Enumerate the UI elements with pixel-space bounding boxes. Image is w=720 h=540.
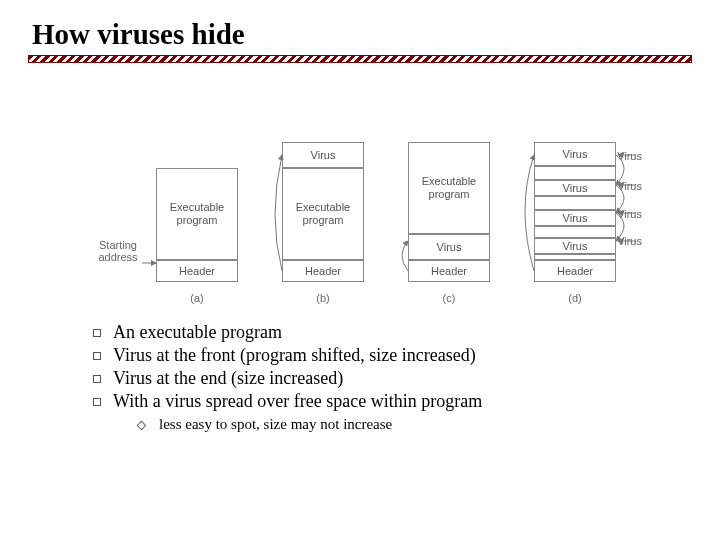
bullet-text: Virus at the end (size increased) [113, 368, 343, 389]
box-virus: Virus [534, 142, 616, 166]
diagram-column-b: Virus Executableprogram Header (b) [282, 142, 364, 282]
bullet-list: An executable program Virus at the front… [93, 322, 692, 412]
bullet-item: With a virus spread over free space with… [93, 391, 692, 412]
side-virus-label: Virus [617, 235, 642, 248]
sub-bullet-item: less easy to spot, size may not increase [138, 416, 692, 433]
box-gap [534, 226, 616, 238]
box-header: Header [534, 260, 616, 282]
box-gap [534, 196, 616, 210]
square-bullet-icon [93, 398, 101, 406]
box-virus: Virus [534, 238, 616, 254]
starting-address-label: Startingaddress [88, 239, 148, 264]
diagram-column-d: Virus Virus Virus Virus Header (d) [534, 142, 616, 282]
diagram-column-a: Executableprogram Header (a) [156, 168, 238, 282]
box-header: Header [282, 260, 364, 282]
square-bullet-icon [93, 329, 101, 337]
box-virus: Virus [282, 142, 364, 168]
slide-title: How viruses hide [32, 18, 692, 51]
box-virus: Virus [408, 234, 490, 260]
bullet-item: An executable program [93, 322, 692, 343]
box-header: Header [408, 260, 490, 282]
bullet-item: Virus at the front (program shifted, siz… [93, 345, 692, 366]
square-bullet-icon [93, 352, 101, 360]
caption-b: (b) [282, 292, 364, 304]
square-bullet-icon [93, 375, 101, 383]
box-header: Header [156, 260, 238, 282]
caption-a: (a) [156, 292, 238, 304]
bullet-text: An executable program [113, 322, 282, 343]
diagram-column-c: Executableprogram Virus Header (c) [408, 142, 490, 282]
title-rule [28, 55, 692, 63]
box-virus: Virus [534, 180, 616, 196]
sub-bullet-text: less easy to spot, size may not increase [159, 416, 392, 433]
box-executable: Executableprogram [156, 168, 238, 260]
caption-d: (d) [534, 292, 616, 304]
diamond-bullet-icon [137, 421, 147, 431]
bullet-item: Virus at the end (size increased) [93, 368, 692, 389]
box-executable: Executableprogram [282, 168, 364, 260]
side-virus-label: Virus [617, 180, 642, 193]
box-virus: Virus [534, 210, 616, 226]
side-virus-label: Virus [617, 208, 642, 221]
bullet-text: With a virus spread over free space with… [113, 391, 482, 412]
box-gap [534, 166, 616, 180]
diagram-area: Startingaddress Executableprogram Header… [80, 85, 640, 310]
box-executable: Executableprogram [408, 142, 490, 234]
side-virus-label: Virus [617, 150, 642, 163]
bullet-text: Virus at the front (program shifted, siz… [113, 345, 476, 366]
caption-c: (c) [408, 292, 490, 304]
